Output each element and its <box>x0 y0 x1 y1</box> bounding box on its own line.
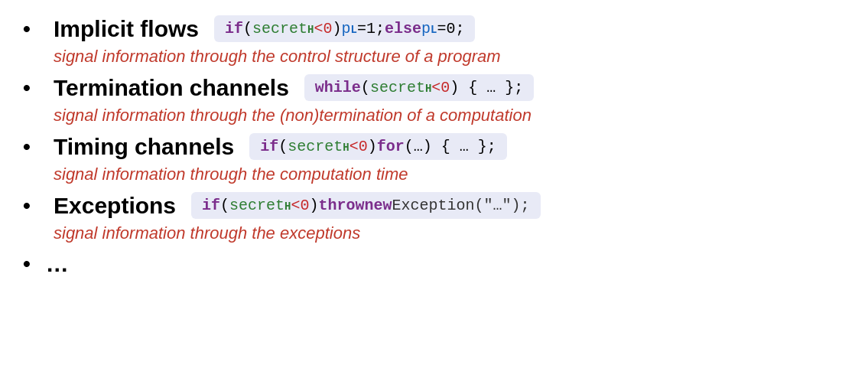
item-row-termination-channels: •Termination channelswhile (secretH < 0)… <box>23 74 845 101</box>
label-exceptions: Exceptions <box>54 193 176 219</box>
bullet-point: • <box>23 76 38 100</box>
code-token: p <box>421 20 431 37</box>
main-content: •Implicit flowsif (secretH < 0) pL = 1; … <box>23 15 845 277</box>
code-token: ; <box>375 20 385 37</box>
code-token: 0 <box>301 197 310 214</box>
code-token: throw <box>319 197 365 214</box>
code-subscript: H <box>307 24 314 36</box>
code-token: for <box>377 138 405 155</box>
code-token: if <box>225 20 243 37</box>
bullet-point: • <box>23 252 31 276</box>
code-subscript: H <box>343 142 349 154</box>
label-implicit-flows: Implicit flows <box>54 16 199 42</box>
code-token: if <box>260 138 278 155</box>
description-timing-channels: signal information through the computati… <box>54 165 845 184</box>
code-token: ; <box>455 20 464 37</box>
code-token: ) <box>310 197 319 214</box>
code-subscript: L <box>431 24 437 36</box>
item-exceptions: •Exceptionsif (secretH < 0) throw new Ex… <box>23 192 845 243</box>
item-termination-channels: •Termination channelswhile (secretH < 0)… <box>23 74 845 125</box>
bullet-point: • <box>23 135 38 159</box>
code-token: 1 <box>366 20 375 37</box>
code-subscript: L <box>351 24 357 36</box>
code-token: = <box>437 20 446 37</box>
code-token: ( <box>278 138 288 155</box>
code-token: secret <box>229 197 284 214</box>
code-token: < <box>291 197 301 214</box>
code-token: 0 <box>446 20 455 37</box>
code-subscript: H <box>425 83 431 95</box>
code-token: if <box>202 197 220 214</box>
item-row-timing-channels: •Timing channelsif (secretH < 0) for (…)… <box>23 133 845 160</box>
code-token: = <box>357 20 366 37</box>
code-token: (…) { … }; <box>405 138 496 155</box>
item-timing-channels: •Timing channelsif (secretH < 0) for (…)… <box>23 133 845 184</box>
code-token: 0 <box>323 20 333 37</box>
code-token: < <box>349 138 359 155</box>
description-exceptions: signal information through the exception… <box>54 223 845 243</box>
code-token: ) { … }; <box>450 79 523 96</box>
ellipsis-label: … <box>46 251 69 277</box>
code-token: ( <box>243 20 252 37</box>
item-row-exceptions: •Exceptionsif (secretH < 0) throw new Ex… <box>23 192 845 219</box>
code-token: secret <box>370 79 425 96</box>
code-token: ) <box>368 138 377 155</box>
code-token: else <box>385 20 421 37</box>
description-termination-channels: signal information through the (non)term… <box>54 106 845 125</box>
code-token: p <box>342 20 351 37</box>
code-token: Exception("…"); <box>392 197 530 214</box>
code-token: < <box>314 20 323 37</box>
code-token: new <box>365 197 392 214</box>
description-implicit-flows: signal information through the control s… <box>54 47 845 67</box>
code-exceptions: if (secretH < 0) throw new Exception("…"… <box>191 192 541 219</box>
code-token: 0 <box>359 138 368 155</box>
code-token: secret <box>288 138 343 155</box>
last-bullet-item: •… <box>23 251 845 277</box>
code-timing-channels: if (secretH < 0) for (…) { … }; <box>249 133 507 160</box>
label-timing-channels: Timing channels <box>54 134 234 160</box>
code-token: secret <box>252 20 307 37</box>
code-termination-channels: while (secretH < 0) { … }; <box>304 74 535 101</box>
code-token: < <box>431 79 441 96</box>
code-subscript: H <box>284 200 291 213</box>
bullet-point: • <box>23 17 38 41</box>
label-termination-channels: Termination channels <box>54 75 289 101</box>
item-implicit-flows: •Implicit flowsif (secretH < 0) pL = 1; … <box>23 15 845 67</box>
code-token: ) <box>333 20 342 37</box>
code-implicit-flows: if (secretH < 0) pL = 1; else pL = 0; <box>214 15 475 42</box>
code-token: while <box>315 79 361 96</box>
code-token: ( <box>361 79 370 96</box>
code-token: 0 <box>441 79 450 96</box>
item-row-implicit-flows: •Implicit flowsif (secretH < 0) pL = 1; … <box>23 15 845 42</box>
code-token: ( <box>220 197 229 214</box>
bullet-point: • <box>23 194 38 218</box>
